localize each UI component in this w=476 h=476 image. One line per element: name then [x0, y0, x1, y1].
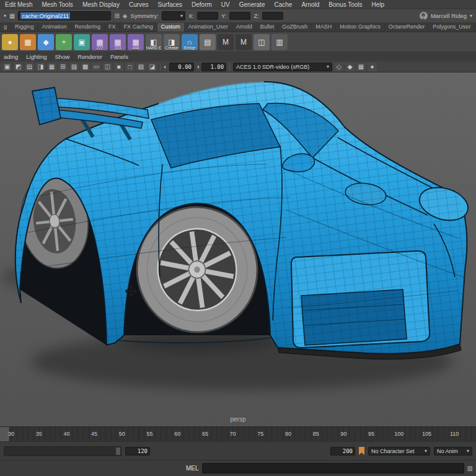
current-time-marker[interactable]: [0, 427, 9, 441]
time-tick-60[interactable]: 60: [174, 431, 180, 437]
shelf-tool-3-icon[interactable]: ▥: [271, 34, 288, 50]
time-tick-110[interactable]: 110: [450, 431, 459, 437]
shelf-tab-polygons-user[interactable]: Polygons_User: [429, 23, 475, 32]
mash-icon[interactable]: M: [218, 34, 234, 50]
bridge-icon[interactable]: ∩Bridge: [182, 34, 198, 50]
shaded-icon[interactable]: ◆: [345, 63, 355, 71]
panel-menu-lighting[interactable]: Lighting: [26, 53, 46, 60]
user-avatar[interactable]: [420, 12, 428, 20]
shelf-tab-mash[interactable]: MASH: [312, 23, 336, 32]
y-field[interactable]: [229, 12, 250, 20]
shelf-tab-rigging[interactable]: Rigging: [11, 23, 38, 32]
scene-icon[interactable]: ▦: [9, 13, 15, 19]
time-tick-85[interactable]: 85: [313, 431, 319, 437]
pan-zoom-icon[interactable]: ⊞: [58, 63, 68, 71]
shelf-tab-fx[interactable]: FX: [105, 23, 120, 32]
range-slider-handle[interactable]: [116, 447, 120, 455]
poly-cube-icon[interactable]: ▦: [20, 34, 36, 50]
time-tick-30[interactable]: 30: [8, 431, 14, 437]
menu-item-uv[interactable]: UV: [221, 1, 230, 8]
colorspace-dropdown[interactable]: ACES 1.0 SDR-video (sRGB) ▾: [233, 63, 332, 71]
time-tick-105[interactable]: 105: [422, 431, 431, 437]
film-gate-icon[interactable]: ▭: [92, 63, 101, 71]
panel-menu-show[interactable]: Show: [55, 53, 70, 60]
user-menu-caret[interactable]: ▾: [470, 14, 472, 19]
exposure-icon[interactable]: ◐: [164, 64, 167, 70]
time-tick-50[interactable]: 50: [119, 431, 125, 437]
time-tick-80[interactable]: 80: [285, 431, 291, 437]
poly-tool-icon[interactable]: ◆: [38, 34, 54, 50]
poly-add-icon[interactable]: +: [56, 34, 72, 50]
time-tick-70[interactable]: 70: [230, 431, 236, 437]
safe-title-icon[interactable]: ◪: [148, 63, 157, 71]
menu-item-arnold[interactable]: Arnold: [301, 1, 319, 8]
resolution-gate-icon[interactable]: ◫: [103, 63, 112, 71]
animation-end-field[interactable]: 200: [330, 447, 355, 456]
shelf-tab-gozbrush[interactable]: GoZBrush: [278, 23, 312, 32]
shelf-tool-icon[interactable]: ▤: [200, 34, 216, 50]
snap-grid-icon[interactable]: ⊞: [114, 13, 119, 19]
menu-item-edit-mesh[interactable]: Edit Mesh: [5, 1, 32, 8]
grease-pencil-icon[interactable]: ▨: [69, 63, 79, 71]
character-set-dropdown[interactable]: No Character Set ▾: [368, 447, 430, 456]
time-tick-45[interactable]: 45: [91, 431, 97, 437]
textured-icon[interactable]: ▦: [356, 63, 366, 71]
menu-item-curves[interactable]: Curves: [129, 1, 149, 8]
panel-menu-panels[interactable]: Panels: [110, 53, 128, 60]
time-tick-55[interactable]: 55: [146, 431, 152, 437]
image-plane-icon[interactable]: ▦: [47, 63, 56, 71]
exposure-field[interactable]: 0.00: [169, 63, 194, 71]
user-name[interactable]: Marcell Rideg: [431, 12, 467, 19]
snap-curve-icon[interactable]: ◈: [123, 13, 128, 19]
car-wireframe-model[interactable]: [0, 73, 476, 426]
smooth-333-icon[interactable]: ▦333: [110, 34, 126, 50]
symmetry-dropdown[interactable]: ▾: [162, 11, 185, 20]
time-tick-65[interactable]: 65: [202, 431, 208, 437]
menu-item-bonus-tools[interactable]: Bonus Tools: [328, 1, 362, 8]
console-icon[interactable]: ▥: [467, 465, 473, 472]
grid-icon[interactable]: ▩: [81, 63, 90, 71]
shelf-tab-custom[interactable]: Custom: [157, 23, 185, 32]
menu-item-cache[interactable]: Cache: [274, 1, 292, 8]
time-tick-40[interactable]: 40: [63, 431, 69, 437]
wireframe-icon[interactable]: ◇: [334, 63, 343, 71]
menu-item-help[interactable]: Help: [372, 1, 385, 8]
gamma-icon[interactable]: ◑: [196, 64, 200, 70]
poly-sphere-icon[interactable]: ●: [2, 34, 18, 50]
panel-menu-ading[interactable]: ading: [4, 53, 18, 60]
time-tick-95[interactable]: 95: [368, 431, 374, 437]
shelf-tab-octanerender[interactable]: OctaneRender: [385, 23, 430, 32]
camera-attributes-icon[interactable]: ▤: [25, 63, 34, 71]
smooth-222-icon[interactable]: ▦222: [92, 34, 108, 50]
shelf-tool-2-icon[interactable]: ◫: [253, 34, 270, 50]
time-slider[interactable]: 3035404550556065707580859095100105110: [0, 426, 476, 441]
cache-name-field[interactable]: cache:Original211: [18, 11, 111, 20]
menu-item-mesh-display[interactable]: Mesh Display: [82, 1, 120, 8]
command-input[interactable]: [202, 463, 464, 474]
time-tick-100[interactable]: 100: [394, 431, 403, 437]
safe-action-icon[interactable]: ▧: [136, 63, 146, 71]
menu-item-surfaces[interactable]: Surfaces: [158, 1, 182, 8]
harden-edge-icon[interactable]: ◧HARD E: [146, 34, 162, 50]
z-field[interactable]: [262, 12, 283, 20]
bookmarks-icon[interactable]: ◨: [36, 63, 45, 71]
range-slider[interactable]: [4, 446, 121, 456]
shelf-tab-motion-graphics[interactable]: Motion Graphics: [336, 23, 385, 32]
shelf-tab-fx-caching[interactable]: FX Caching: [120, 23, 157, 32]
viewport-panel[interactable]: persp: [0, 73, 476, 426]
command-language-label[interactable]: MEL: [186, 465, 199, 472]
anim-layer-dropdown[interactable]: No Anim ▾: [434, 447, 472, 456]
shelf-tab-rendering[interactable]: Rendering: [71, 23, 105, 32]
x-field[interactable]: [197, 12, 218, 20]
menu-item-generate[interactable]: Generate: [239, 1, 265, 8]
shelf-tab-animation[interactable]: Animation: [38, 23, 71, 32]
gamma-field[interactable]: 1.00: [201, 63, 226, 71]
lights-icon[interactable]: ●: [368, 63, 377, 71]
shelf-tab-bullet[interactable]: Bullet: [257, 23, 279, 32]
smooth-444-icon[interactable]: ▦444: [128, 34, 144, 50]
time-tick-90[interactable]: 90: [340, 431, 346, 437]
status-collapse-caret[interactable]: ▾: [4, 14, 6, 19]
panel-menu-renderer[interactable]: Renderer: [77, 53, 102, 60]
field-chart-icon[interactable]: □: [125, 63, 134, 71]
time-tick-75[interactable]: 75: [257, 431, 263, 437]
